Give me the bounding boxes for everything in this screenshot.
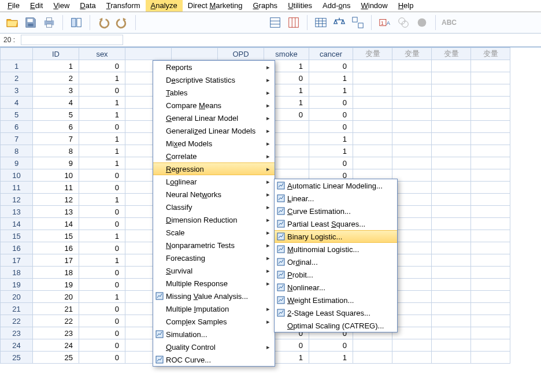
cell-empty[interactable] bbox=[432, 242, 471, 254]
row-header[interactable]: 13 bbox=[1, 206, 33, 218]
analyze-item-scale[interactable]: Scale bbox=[153, 226, 275, 239]
menu-edit[interactable]: Edit bbox=[25, 0, 48, 12]
regression-item-ordinal[interactable]: Ordinal... bbox=[275, 256, 397, 268]
analyze-item-mixed-models[interactable]: Mixed Models bbox=[153, 137, 275, 150]
cell-sex[interactable]: 0 bbox=[79, 169, 125, 182]
cell-empty[interactable] bbox=[432, 315, 471, 327]
cell-empty[interactable] bbox=[432, 267, 471, 279]
cell-id[interactable]: 11 bbox=[33, 182, 79, 194]
analyze-item-classify[interactable]: Classify bbox=[153, 201, 275, 213]
row-header[interactable]: 18 bbox=[1, 267, 33, 279]
menu-data[interactable]: Data bbox=[75, 0, 101, 12]
regression-item-optimal-scaling-catreg[interactable]: Optimal Scaling (CATREG)... bbox=[275, 319, 397, 332]
cell-sex[interactable]: 0 bbox=[79, 218, 125, 230]
cell-empty[interactable] bbox=[471, 182, 510, 194]
cell-id[interactable]: 12 bbox=[33, 194, 79, 206]
cell-sex[interactable]: 1 bbox=[79, 97, 125, 109]
analyze-item-neural-networks[interactable]: Neural Networks bbox=[153, 188, 275, 201]
col-header-4[interactable] bbox=[172, 48, 218, 60]
cell-empty[interactable] bbox=[432, 303, 471, 315]
cell-empty[interactable] bbox=[471, 157, 510, 169]
row-header[interactable]: 11 bbox=[1, 182, 33, 194]
cell-empty[interactable] bbox=[392, 327, 432, 339]
cell-empty[interactable] bbox=[392, 303, 432, 315]
analyze-item-roc-curve[interactable]: ROC Curve... bbox=[153, 353, 275, 366]
use-sets-icon[interactable] bbox=[414, 15, 429, 30]
row-header[interactable]: 6 bbox=[1, 121, 33, 133]
regression-item-2-stage-least-squares[interactable]: 2-Stage Least Squares... bbox=[275, 306, 397, 319]
row-header[interactable]: 24 bbox=[1, 339, 33, 352]
cell-empty[interactable] bbox=[432, 109, 471, 121]
cell-cancer[interactable]: 0 bbox=[309, 157, 353, 169]
cell-empty[interactable] bbox=[432, 60, 471, 72]
cell-sex[interactable]: 1 bbox=[79, 194, 125, 206]
cell-empty[interactable] bbox=[432, 84, 471, 97]
cell-empty[interactable] bbox=[432, 230, 471, 242]
cell-id[interactable]: 17 bbox=[33, 254, 79, 267]
col-header-3[interactable] bbox=[125, 48, 172, 60]
cell-cancer[interactable]: 1 bbox=[309, 352, 353, 364]
cell-id[interactable]: 20 bbox=[33, 291, 79, 303]
col-header-var1[interactable]: 变量 bbox=[353, 48, 392, 60]
cell-empty[interactable] bbox=[392, 352, 432, 364]
cell-empty[interactable] bbox=[353, 97, 392, 109]
cell-sex[interactable]: 0 bbox=[79, 339, 125, 352]
cell-cancer[interactable]: 0 bbox=[309, 109, 353, 121]
cell-id[interactable]: 16 bbox=[33, 242, 79, 254]
cell-id[interactable]: 8 bbox=[33, 145, 79, 157]
cell-sex[interactable]: 0 bbox=[79, 303, 125, 315]
row-header[interactable]: 8 bbox=[1, 145, 33, 157]
row-header[interactable]: 4 bbox=[1, 97, 33, 109]
cell-empty[interactable] bbox=[432, 97, 471, 109]
cell-id[interactable]: 15 bbox=[33, 230, 79, 242]
analyze-item-forecasting[interactable]: Forecasting bbox=[153, 252, 275, 264]
cell-cancer[interactable]: 0 bbox=[309, 97, 353, 109]
cell-empty[interactable] bbox=[432, 182, 471, 194]
cell-empty[interactable] bbox=[432, 327, 471, 339]
menu-window[interactable]: Window bbox=[355, 0, 392, 12]
col-header-opd[interactable]: OPD bbox=[218, 48, 264, 60]
cell-empty[interactable] bbox=[471, 60, 510, 72]
cell-empty[interactable] bbox=[392, 206, 432, 218]
menu-addons[interactable]: Add-ons bbox=[317, 0, 355, 12]
redo-icon[interactable] bbox=[114, 15, 129, 30]
analyze-item-multiple-response[interactable]: Multiple Response bbox=[153, 277, 275, 290]
cell-empty[interactable] bbox=[353, 339, 392, 352]
cell-empty[interactable] bbox=[432, 206, 471, 218]
row-header[interactable]: 10 bbox=[1, 169, 33, 182]
cell-empty[interactable] bbox=[471, 303, 510, 315]
analyze-item-reports[interactable]: Reports bbox=[153, 61, 275, 73]
cell-empty[interactable] bbox=[392, 230, 432, 242]
cell-id[interactable]: 18 bbox=[33, 267, 79, 279]
analyze-item-descriptive-statistics[interactable]: Descriptive Statistics bbox=[153, 73, 275, 86]
cell-empty[interactable] bbox=[392, 145, 432, 157]
cell-empty[interactable] bbox=[471, 121, 510, 133]
analyze-item-simulation[interactable]: Simulation... bbox=[153, 328, 275, 341]
cell-empty[interactable] bbox=[392, 291, 432, 303]
cell-cancer[interactable]: 1 bbox=[309, 133, 353, 145]
cell-empty[interactable] bbox=[432, 218, 471, 230]
regression-item-automatic-linear-modeling[interactable]: Automatic Linear Modeling... bbox=[275, 179, 397, 192]
cell-empty[interactable] bbox=[392, 279, 432, 291]
cell-id[interactable]: 6 bbox=[33, 121, 79, 133]
cell-empty[interactable] bbox=[471, 315, 510, 327]
cell-id[interactable]: 21 bbox=[33, 303, 79, 315]
value-labels-icon[interactable]: 1A bbox=[377, 15, 392, 30]
cell-empty[interactable] bbox=[471, 145, 510, 157]
cell-sex[interactable]: 0 bbox=[79, 315, 125, 327]
cell-empty[interactable] bbox=[471, 218, 510, 230]
cell-sex[interactable]: 1 bbox=[79, 230, 125, 242]
analyze-item-generalized-linear-models[interactable]: Generalized Linear Models bbox=[153, 124, 275, 137]
cell-id[interactable]: 2 bbox=[33, 72, 79, 84]
split-file-icon[interactable] bbox=[350, 15, 365, 30]
cell-id[interactable]: 9 bbox=[33, 157, 79, 169]
cell-sex[interactable]: 0 bbox=[79, 242, 125, 254]
cell-id[interactable]: 23 bbox=[33, 327, 79, 339]
regression-item-linear[interactable]: Linear... bbox=[275, 192, 397, 205]
regression-item-nonlinear[interactable]: Nonlinear... bbox=[275, 281, 397, 294]
cell-empty[interactable] bbox=[392, 339, 432, 352]
cell-empty[interactable] bbox=[432, 291, 471, 303]
row-header[interactable]: 5 bbox=[1, 109, 33, 121]
cell-empty[interactable] bbox=[432, 169, 471, 182]
cell-empty[interactable] bbox=[471, 327, 510, 339]
